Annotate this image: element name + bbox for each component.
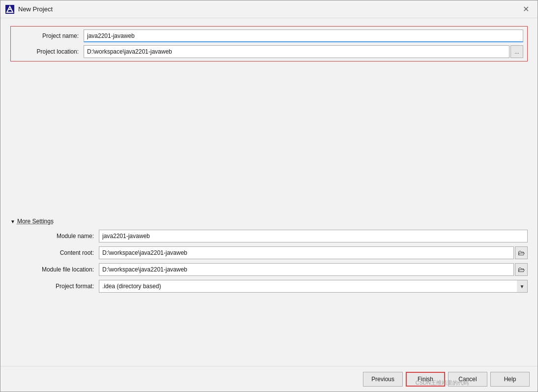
module-name-input[interactable]	[99, 230, 528, 242]
content-root-label: Content root:	[20, 249, 99, 256]
project-location-row: Project location: ...	[15, 45, 523, 58]
finish-button[interactable]: Finish	[406, 372, 445, 387]
dialog-content: Project name: Project location: ... ▼ Mo…	[0, 18, 538, 366]
app-icon	[5, 5, 14, 14]
title-bar: New Project ✕	[0, 0, 538, 18]
project-format-select-wrapper: .idea (directory based) Eclipse (.classp…	[99, 280, 528, 293]
bottom-bar: Previous Finish Cancel Help	[0, 366, 538, 392]
project-name-input-wrapper	[84, 30, 523, 42]
more-settings-label: More Settings	[17, 218, 54, 225]
project-name-label: Project name:	[15, 32, 84, 39]
module-file-location-input-wrapper: 🗁	[99, 263, 528, 276]
new-project-dialog: New Project ✕ Project name: Project loca…	[0, 0, 538, 392]
highlighted-fields-group: Project name: Project location: ...	[10, 26, 528, 61]
content-root-input[interactable]	[99, 246, 514, 259]
content-root-input-wrapper: 🗁	[99, 246, 528, 259]
module-file-location-row: Module file location: 🗁	[20, 263, 528, 276]
project-location-input-wrapper: ...	[84, 45, 523, 58]
content-root-row: Content root: 🗁	[20, 246, 528, 259]
module-name-input-wrapper	[99, 230, 528, 242]
project-location-label: Project location:	[15, 48, 84, 55]
more-settings-form: Module name: Content root: 🗁	[10, 230, 528, 293]
module-file-location-label: Module file location:	[20, 266, 99, 273]
project-name-row: Project name:	[15, 30, 523, 42]
module-file-location-browse-button[interactable]: 🗁	[515, 263, 528, 276]
svg-rect-2	[8, 9, 11, 10]
project-location-input[interactable]	[84, 45, 509, 58]
previous-button[interactable]: Previous	[363, 372, 403, 387]
module-name-label: Module name:	[20, 233, 99, 240]
folder-icon-2: 🗁	[518, 266, 525, 273]
project-format-label: Project format:	[20, 283, 99, 290]
project-location-browse-button[interactable]: ...	[510, 45, 523, 58]
project-name-input[interactable]	[84, 30, 523, 42]
more-settings-header[interactable]: ▼ More Settings	[10, 218, 528, 225]
close-button[interactable]: ✕	[519, 2, 533, 16]
more-settings-collapse-icon: ▼	[10, 219, 15, 224]
dialog-title: New Project	[18, 5, 519, 13]
module-file-location-input[interactable]	[99, 263, 514, 276]
help-button[interactable]: Help	[490, 372, 530, 387]
module-name-row: Module name:	[20, 230, 528, 242]
project-format-select[interactable]: .idea (directory based) Eclipse (.classp…	[99, 280, 528, 293]
more-settings-section: ▼ More Settings Module name: Content roo…	[10, 213, 528, 293]
content-root-browse-button[interactable]: 🗁	[515, 246, 528, 259]
folder-icon: 🗁	[518, 249, 525, 257]
project-format-row: Project format: .idea (directory based) …	[20, 280, 528, 293]
cancel-button[interactable]: Cancel	[448, 372, 487, 387]
